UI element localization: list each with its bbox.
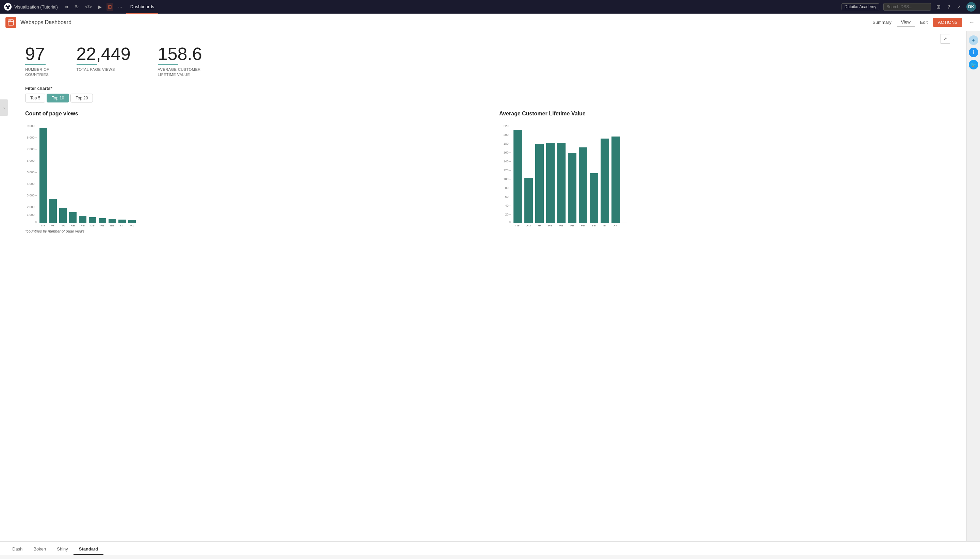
user-avatar[interactable]: DK [967,2,976,12]
expand-button[interactable]: ⤢ [940,34,950,44]
dashboard-area: ⤢ 97 NUMBER OFCOUNTRIES 22,449 TOTAL PAG… [8,31,967,541]
svg-text:CN: CN [526,225,531,227]
nav-export-icon[interactable]: ⇒ [63,3,70,11]
academy-link[interactable]: Dataiku Academy [841,3,879,10]
nav-tab-container: Dashboards [126,0,158,13]
tab-dash[interactable]: Dash [7,544,28,555]
svg-text:DE: DE [71,225,75,227]
twitter-sidebar-icon[interactable]: 🐦 [969,60,978,69]
pageviews-value: 22,449 [77,45,131,63]
countries-label: NUMBER OFCOUNTRIES [25,67,49,78]
filter-top20[interactable]: Top 20 [71,94,93,103]
svg-text:CA: CA [130,225,134,227]
charts-row: Count of page views 9,000 – 8,000 – 7,00… [25,111,953,233]
bar-CN [49,199,57,223]
svg-point-7 [10,20,10,21]
nav-code-icon[interactable]: </> [84,3,93,11]
svg-text:80 –: 80 – [505,186,511,190]
svg-text:3,000 –: 3,000 – [27,194,37,197]
nav-more-icon[interactable]: ··· [117,3,124,11]
svg-text:FR: FR [101,225,104,227]
svg-text:8,000 –: 8,000 – [27,136,37,139]
chart1-note: *countries by number of page views [25,229,479,233]
bar-CA1 [128,220,136,223]
stat-countries: 97 NUMBER OFCOUNTRIES [25,45,49,78]
svg-text:JP: JP [61,225,65,227]
tab-standard[interactable]: Standard [74,544,104,555]
svg-text:NL: NL [120,225,124,227]
app-title: Visualization (Tutorial) [14,5,58,10]
bar-BR [109,219,116,223]
svg-text:CN: CN [51,225,56,227]
stat-underline-3 [158,64,178,65]
apps-grid-icon[interactable]: ⊞ [935,3,942,11]
toolbar: Webapps Dashboard Summary View Edit ACTI… [0,13,980,31]
stats-row: 97 NUMBER OFCOUNTRIES 22,449 TOTAL PAGE … [25,45,953,78]
filter-top5[interactable]: Top 5 [25,94,45,103]
svg-text:BR: BR [592,225,596,227]
svg-point-3 [5,7,7,9]
nav-dashboard-icon[interactable]: ⊞ [107,3,113,11]
svg-text:0: 0 [35,220,37,224]
svg-text:60 –: 60 – [505,195,511,198]
nav-run-icon[interactable]: ▶ [97,3,103,11]
dashboards-tab[interactable]: Dashboards [126,0,158,13]
chart-pageviews: Count of page views 9,000 – 8,000 – 7,00… [25,111,479,233]
svg-text:20 –: 20 – [505,213,511,216]
tab-shiny[interactable]: Shiny [51,544,74,555]
add-sidebar-icon[interactable]: + [969,35,978,45]
svg-text:2,000 –: 2,000 – [27,205,37,209]
chart1-title: Count of page views [25,111,479,117]
bar2-DE [546,143,554,223]
clv-value: 158.6 [158,45,202,63]
svg-text:6,000 –: 6,000 – [27,159,37,162]
summary-button[interactable]: Summary [868,18,896,27]
help-icon[interactable]: ? [946,3,952,11]
chart2-bars: 220 – 200 – 180 – 160 – 140 – 120 – 100 … [499,121,953,228]
stat-underline-2 [77,64,97,65]
stat-pageviews: 22,449 TOTAL PAGE VIEWS [77,45,131,72]
svg-text:200 –: 200 – [503,133,511,137]
bar2-NL [601,139,609,223]
bar2-US [513,130,522,223]
bar-FR [99,218,106,223]
svg-text:NL: NL [603,225,607,227]
svg-text:140 –: 140 – [503,160,511,163]
svg-text:4,000 –: 4,000 – [27,182,37,185]
svg-text:220 –: 220 – [503,124,511,128]
back-arrow-icon[interactable]: ← [969,20,975,26]
svg-text:0: 0 [510,220,511,224]
view-button[interactable]: View [897,17,915,27]
info-sidebar-icon[interactable]: i [969,48,978,57]
actions-button[interactable]: ACTIONS [933,18,962,27]
bar2-KR [568,153,576,223]
bar2-FR [579,147,587,223]
right-sidebar: + i 🐦 [967,31,980,541]
pageviews-label: TOTAL PAGE VIEWS [77,67,131,72]
tab-bokeh[interactable]: Bokeh [28,544,51,555]
filter-buttons: Top 5 Top 10 Top 20 [25,94,953,103]
chart1-bars: 9,000 – 8,000 – 7,000 – 6,000 – 5,000 – … [25,121,479,228]
svg-text:160 –: 160 – [503,151,511,154]
collapse-button[interactable]: ‹ [0,99,8,116]
svg-text:CA: CA [614,225,618,227]
svg-text:1,000 –: 1,000 – [27,213,37,217]
activity-icon[interactable]: ↗ [955,3,962,11]
chart-clv: Average Customer Lifetime Value 220 – 20… [499,111,953,233]
svg-point-4 [9,7,10,9]
edit-button[interactable]: Edit [916,18,932,27]
chart1-svg: 9,000 – 8,000 – 7,000 – 6,000 – 5,000 – … [25,121,141,227]
stat-underline-1 [25,64,46,65]
filter-top10[interactable]: Top 10 [46,94,69,103]
search-input[interactable] [883,3,931,10]
bar2-CN [525,178,533,223]
svg-text:US: US [516,225,520,227]
nav-refresh-icon[interactable]: ↻ [74,3,80,11]
svg-text:JP: JP [538,225,541,227]
svg-text:KR: KR [570,225,574,227]
svg-text:40 –: 40 – [505,204,511,207]
filter-section: Filter charts* Top 5 Top 10 Top 20 [25,86,953,103]
stat-clv: 158.6 AVERAGE CUSTOMERLIFETIME VALUE [158,45,202,78]
svg-text:DE: DE [548,225,553,227]
svg-text:100 –: 100 – [503,177,511,181]
